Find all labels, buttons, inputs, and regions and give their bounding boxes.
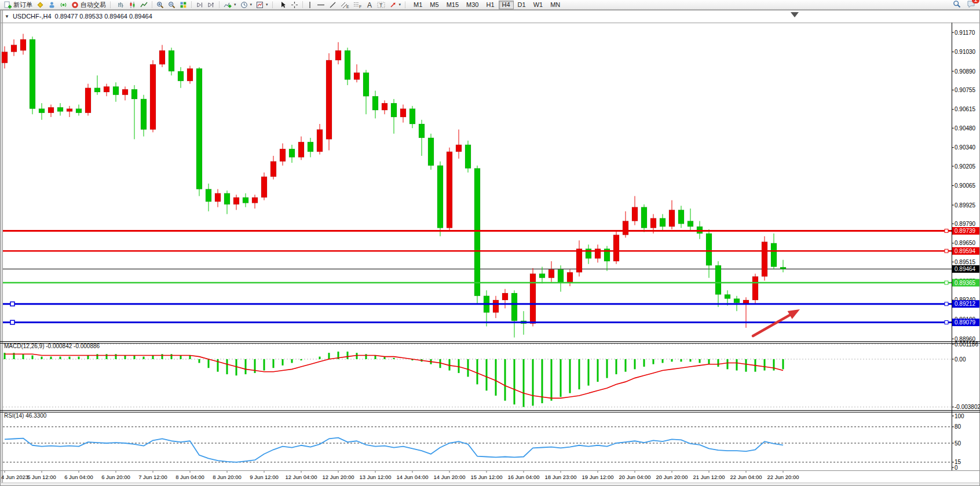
- vertical-line-button[interactable]: [305, 1, 315, 9]
- chart-canvas[interactable]: 0.911700.910300.908900.907550.906150.904…: [0, 0, 980, 486]
- candle: [678, 210, 684, 224]
- toolbar-separator: [152, 1, 152, 8]
- line-handle[interactable]: [10, 302, 14, 306]
- candle: [224, 193, 230, 204]
- time-axis[interactable]: [0, 471, 952, 483]
- candle: [363, 72, 369, 96]
- candle: [354, 72, 360, 79]
- candle: [169, 50, 174, 71]
- candle: [30, 39, 35, 109]
- candlestick-icon: [129, 1, 136, 9]
- toolbar-separator: [219, 1, 220, 8]
- cursor-button[interactable]: [277, 1, 288, 9]
- candle: [104, 86, 109, 92]
- candle: [122, 89, 128, 95]
- candle: [11, 45, 17, 52]
- indicators-button[interactable]: ▾: [222, 1, 238, 9]
- templates-button[interactable]: ▾: [254, 1, 270, 9]
- fibonacci-button[interactable]: F: [352, 1, 364, 9]
- candle: [317, 130, 323, 152]
- svg-text:F: F: [359, 5, 361, 9]
- arrows-button[interactable]: ▾: [387, 1, 403, 9]
- tile-windows-button[interactable]: [178, 1, 189, 9]
- text-icon: A: [366, 1, 373, 9]
- periods-button[interactable]: ▾: [239, 1, 254, 9]
- clock-icon: [240, 1, 248, 9]
- auto-scroll-button[interactable]: [194, 1, 205, 9]
- mt4-terminal: { "toolbar": { "new_order_label": "新订单",…: [0, 0, 980, 486]
- timeframe-d1[interactable]: D1: [514, 1, 529, 9]
- candle: [85, 88, 91, 113]
- line-chart-button[interactable]: [138, 1, 149, 9]
- candle: [780, 267, 786, 269]
- autotrading-button[interactable]: 自动交易: [70, 1, 108, 9]
- chart-shift-button[interactable]: [206, 1, 217, 9]
- timeframe-h1[interactable]: H1: [482, 1, 498, 9]
- candle: [159, 50, 165, 64]
- signals-button[interactable]: [58, 1, 69, 9]
- line-handle[interactable]: [945, 249, 948, 253]
- line-handle[interactable]: [945, 281, 948, 284]
- zoom-out-button[interactable]: [166, 1, 177, 9]
- text-button[interactable]: A: [364, 1, 375, 9]
- candle: [382, 103, 387, 110]
- candle: [335, 50, 341, 60]
- candle: [57, 107, 63, 111]
- symbol-period-label: USDCHF-,H4: [13, 13, 52, 20]
- candle: [530, 274, 536, 324]
- zoom-in-button[interactable]: [155, 1, 166, 9]
- bottom-strip: [1, 483, 979, 485]
- profile-button[interactable]: [46, 1, 57, 9]
- text-label-button[interactable]: T: [375, 1, 387, 9]
- horizontal-line-button[interactable]: [315, 1, 327, 9]
- candlestick-button[interactable]: [127, 1, 138, 9]
- candle: [511, 293, 517, 321]
- search-button[interactable]: [953, 0, 961, 9]
- timeframe-m30[interactable]: M30: [463, 1, 482, 9]
- notifications-button[interactable]: 1: [967, 0, 975, 9]
- bar-chart-button[interactable]: [115, 1, 126, 9]
- line-handle[interactable]: [945, 229, 948, 233]
- tile-windows-icon: [180, 1, 187, 9]
- trendline-icon: [329, 1, 337, 9]
- line-handle[interactable]: [945, 302, 948, 306]
- one-click-trading-arrow-icon[interactable]: ▼: [5, 14, 9, 19]
- candle: [437, 166, 443, 228]
- vertical-line-icon: [307, 1, 313, 9]
- svg-text:E: E: [346, 5, 349, 9]
- equidistant-channel-button[interactable]: E: [339, 1, 351, 9]
- bar-chart-icon: [117, 1, 125, 9]
- trendline-button[interactable]: [327, 1, 338, 9]
- timeframe-m5[interactable]: M5: [426, 1, 442, 9]
- timeframe-mn[interactable]: MN: [547, 1, 564, 9]
- candle: [650, 218, 656, 228]
- text-label-icon: T: [377, 1, 385, 9]
- price-axis[interactable]: [952, 23, 980, 470]
- candle: [243, 198, 248, 203]
- chart-title-bar: ▼ USDCHF-,H4 0.89477 0.89533 0.89464 0.8…: [5, 13, 152, 20]
- candle: [206, 189, 211, 202]
- horizontal-line-icon: [317, 1, 325, 9]
- crosshair-button[interactable]: [289, 1, 300, 9]
- candle: [567, 272, 573, 282]
- candle: [725, 294, 730, 298]
- timeframe-m1[interactable]: M1: [410, 1, 426, 9]
- candle: [391, 103, 397, 117]
- line-handle[interactable]: [10, 320, 14, 324]
- chevron-down-icon: ▾: [399, 2, 401, 7]
- candle: [94, 88, 100, 92]
- candle: [539, 274, 545, 278]
- candle: [215, 193, 221, 202]
- zoom-in-icon: [156, 1, 164, 9]
- market-watch-button[interactable]: [35, 1, 46, 9]
- candle: [345, 50, 350, 79]
- timeframe-w1[interactable]: W1: [530, 1, 547, 9]
- fibonacci-icon: F: [353, 1, 362, 9]
- timeframe-m15[interactable]: M15: [443, 1, 462, 9]
- chevron-down-icon: ▾: [266, 2, 268, 7]
- line-handle[interactable]: [945, 321, 948, 324]
- candle: [428, 138, 434, 166]
- timeframe-h4[interactable]: H4: [499, 1, 514, 9]
- candle: [447, 152, 452, 228]
- new-order-button[interactable]: 新订单: [2, 1, 34, 9]
